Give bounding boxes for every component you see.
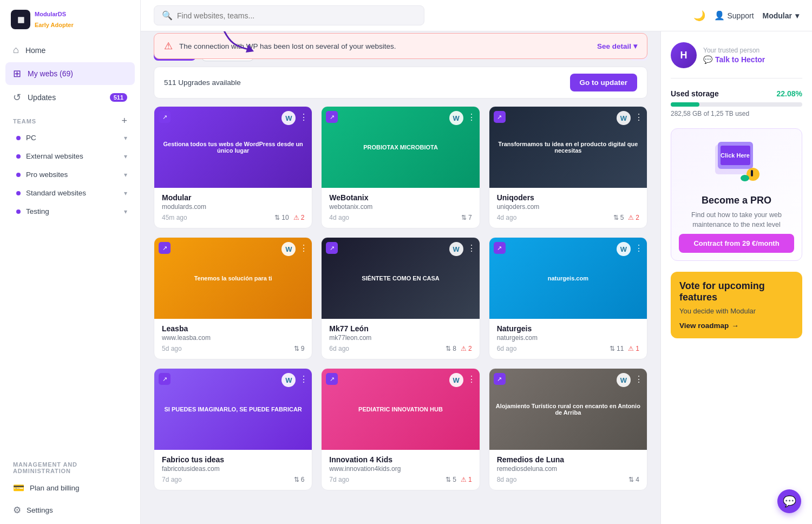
dark-mode-icon[interactable]: 🌙 — [693, 10, 705, 22]
more-options-icon[interactable]: ⋮ — [466, 242, 477, 254]
pro-card: Click Here Become a PRO Find out how to … — [671, 128, 802, 261]
connection-alert: ⚠ The connection with WP has been lost o… — [154, 33, 647, 59]
card-title: WeBotanix — [329, 193, 472, 202]
card-body: Modular modulards.com 45m ago ⇅10 ⚠2 — [154, 188, 312, 228]
header-right: 🌙 👤 Support Modular ▾ — [693, 10, 800, 22]
website-card[interactable]: SI PUEDES IMAGINARLO, SE PUEDE FABRICAR … — [154, 368, 312, 490]
card-time: 7d ago — [162, 476, 182, 483]
website-card[interactable]: Transformamos tu idea en el producto dig… — [489, 106, 647, 228]
trusted-label: Your trusted person — [703, 47, 765, 54]
talk-to-hector-link[interactable]: 💬 Talk to Hector — [703, 55, 765, 64]
alert-count: ⚠2 — [628, 214, 639, 221]
sidebar-item-updates[interactable]: ↺ Updates 511 — [5, 86, 135, 109]
sidebar-item-external-websites[interactable]: External websites ▾ — [5, 147, 135, 165]
external-link-icon[interactable]: ↗ — [326, 242, 338, 254]
card-corner-buttons: ↗ — [159, 242, 171, 254]
wordpress-icon[interactable]: W — [617, 111, 631, 125]
settings-icon: ⚙ — [13, 505, 21, 516]
wordpress-icon[interactable]: W — [449, 373, 463, 387]
card-meta: 7d ago ⇅6 — [162, 476, 304, 483]
chevron-down-icon: ▾ — [124, 171, 127, 179]
storage-header: Used storage 22.08% — [671, 89, 802, 98]
contract-pro-button[interactable]: Contract from 29 €/month — [679, 234, 794, 253]
sidebar-item-pro-websites[interactable]: Pro websites ▾ — [5, 166, 135, 184]
external-link-icon[interactable]: ↗ — [494, 111, 506, 123]
more-options-icon[interactable]: ⋮ — [466, 373, 477, 385]
external-link-icon[interactable]: ↗ — [494, 242, 506, 254]
website-card[interactable]: Alojamiento Turístico rural con encanto … — [489, 368, 647, 490]
wordpress-icon[interactable]: W — [617, 242, 631, 256]
external-link-icon[interactable]: ↗ — [326, 111, 338, 123]
go-to-updater-button[interactable]: Go to updater — [570, 74, 638, 91]
sidebar-item-pc[interactable]: PC ▾ — [5, 129, 135, 147]
alert-count: ⚠1 — [461, 476, 472, 483]
wordpress-icon[interactable]: W — [449, 111, 463, 125]
card-time: 8d ago — [497, 476, 517, 483]
card-time: 6d ago — [497, 345, 517, 352]
sidebar-item-my-webs[interactable]: ⊞ My webs (69) — [5, 62, 135, 85]
website-card[interactable]: Gestiona todos tus webs de WordPress des… — [154, 106, 312, 228]
storage-label: Used storage — [671, 89, 719, 98]
warning-icon: ⚠ — [628, 214, 634, 221]
external-link-icon[interactable]: ↗ — [159, 242, 171, 254]
wordpress-icon[interactable]: W — [617, 373, 631, 387]
search-input[interactable] — [177, 11, 416, 20]
card-meta: 45m ago ⇅10 ⚠2 — [162, 214, 304, 221]
card-stats: ⇅11 ⚠1 — [610, 345, 639, 352]
more-options-icon[interactable]: ⋮ — [633, 111, 645, 123]
card-corner-buttons: ↗ — [326, 111, 338, 123]
updates-count: ⇅9 — [294, 345, 305, 352]
wordpress-icon[interactable]: W — [449, 242, 463, 256]
external-link-icon[interactable]: ↗ — [159, 373, 171, 385]
search-bar[interactable]: 🔍 — [154, 5, 424, 25]
user-menu[interactable]: Modular ▾ — [763, 11, 799, 20]
vote-description: You decide with Modular — [679, 306, 794, 316]
view-roadmap-link[interactable]: View roadmap → — [679, 322, 794, 330]
card-thumbnail: Transformamos tu idea en el producto dig… — [489, 107, 647, 188]
logo-text: ModularDS Early Adopter — [35, 11, 74, 28]
sidebar-item-settings[interactable]: ⚙ Settings — [5, 500, 135, 521]
card-title: Fabrico tus ideas — [162, 455, 304, 464]
external-link-icon[interactable]: ↗ — [494, 373, 506, 385]
website-card[interactable]: naturgeis.com ↗ W ⋮ Naturgeis naturgeis.… — [489, 237, 647, 359]
card-body: Fabrico tus ideas fabricotusideas.com 7d… — [154, 450, 312, 490]
website-card[interactable]: PEDIATRIC INNOVATION HUB ↗ W ⋮ Innovatio… — [321, 368, 480, 490]
card-url: mk77leon.com — [329, 334, 472, 342]
sidebar-item-billing[interactable]: 💳 Plan and billing — [5, 477, 135, 499]
website-card[interactable]: PROBIOTAX MICROBIOTA ↗ W ⋮ WeBotanix web… — [321, 106, 480, 228]
app-name: ModularDS — [35, 11, 74, 22]
chevron-down-icon: ▾ — [124, 189, 127, 197]
website-card[interactable]: Tenemos la solución para ti ↗ W ⋮ Leasba… — [154, 237, 312, 359]
search-icon: 🔍 — [162, 10, 173, 21]
external-link-icon[interactable]: ↗ — [326, 373, 338, 385]
team-label: Pro websites — [26, 171, 68, 179]
external-link-icon[interactable]: ↗ — [159, 111, 171, 123]
sidebar-item-home[interactable]: ⌂ Home — [5, 39, 135, 61]
storage-section: Used storage 22.08% 282,58 GB of 1,25 TB… — [671, 89, 802, 117]
card-title: Uniqoders — [497, 193, 639, 202]
updates-count: 511 Upgrades available — [164, 78, 564, 87]
card-corner-buttons: ↗ — [159, 111, 171, 123]
more-options-icon[interactable]: ⋮ — [298, 111, 310, 123]
more-options-icon[interactable]: ⋮ — [298, 242, 310, 254]
more-options-icon[interactable]: ⋮ — [633, 242, 645, 254]
storage-bar-background — [671, 102, 802, 107]
main-area: 🔍 🌙 👤 Support Modular ▾ + Team + Website — [141, 0, 812, 524]
support-button[interactable]: 👤 Support — [714, 10, 754, 21]
website-card[interactable]: SIÉNTETE COMO EN CASA ↗ W ⋮ Mk77 León mk… — [321, 237, 480, 359]
billing-label: Plan and billing — [30, 484, 80, 492]
updates-badge: 511 — [110, 93, 127, 102]
updates-alert: 511 Upgrades available Go to updater — [154, 67, 647, 99]
add-team-icon[interactable]: + — [121, 115, 127, 127]
chat-widget-button[interactable]: 💬 — [777, 489, 801, 513]
more-options-icon[interactable]: ⋮ — [633, 373, 645, 385]
card-url: www.innovation4kids.org — [329, 465, 472, 473]
updates-count: ⇅7 — [461, 214, 472, 221]
see-detail-link[interactable]: See detail ▾ — [597, 42, 637, 50]
sidebar-item-testing[interactable]: Testing ▾ — [5, 202, 135, 220]
team-dot — [16, 154, 21, 159]
teams-list: PC ▾ External websites ▾ Pro websites ▾ … — [0, 129, 140, 221]
more-options-icon[interactable]: ⋮ — [298, 373, 310, 385]
more-options-icon[interactable]: ⋮ — [466, 111, 477, 123]
sidebar-item-standard-websites[interactable]: Standard websites ▾ — [5, 184, 135, 202]
